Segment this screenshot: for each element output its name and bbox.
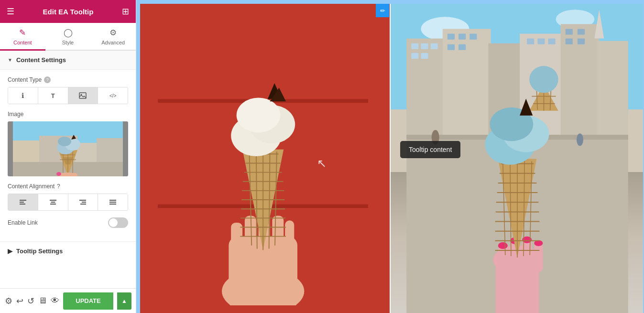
enable-link-row: Enable Link NO <box>8 217 128 228</box>
svg-rect-80 <box>458 34 466 40</box>
image-preview[interactable] <box>8 121 128 176</box>
history-back-icon[interactable]: ↩ <box>16 296 23 306</box>
content-tab-icon: ✎ <box>19 28 26 38</box>
svg-rect-29 <box>82 202 86 203</box>
panel-content: ▼ Content Settings Content Type ? ℹ T <box>0 51 136 313</box>
ice-cream-red-bg-svg <box>158 8 368 305</box>
svg-point-17 <box>58 137 71 146</box>
svg-rect-104 <box>534 243 543 272</box>
tab-style[interactable]: ◯ Style <box>45 23 91 51</box>
svg-rect-75 <box>421 43 428 49</box>
svg-rect-79 <box>448 34 455 40</box>
content-settings-body: Content Type ? ℹ T </> Image <box>0 70 136 241</box>
svg-point-95 <box>577 133 583 146</box>
svg-rect-90 <box>578 39 585 44</box>
menu-icon[interactable]: ☰ <box>7 6 14 17</box>
svg-point-131 <box>529 66 558 93</box>
align-left-btn[interactable] <box>8 194 38 210</box>
svg-rect-86 <box>548 39 555 44</box>
svg-rect-22 <box>20 200 26 201</box>
svg-rect-33 <box>109 204 116 205</box>
svg-rect-84 <box>527 39 534 44</box>
svg-rect-27 <box>50 204 56 205</box>
content-alignment-label-text: Content Alignment <box>8 183 55 190</box>
tooltip-settings-header[interactable]: ▶ Tooltip Settings <box>0 241 136 260</box>
image-field-label: Image <box>8 111 128 118</box>
style-tab-icon: ◯ <box>64 28 73 38</box>
svg-rect-73 <box>597 41 628 135</box>
history-forward-icon[interactable]: ↺ <box>27 296 34 306</box>
panel-title: Edit EA Tooltip <box>43 8 94 16</box>
enable-link-label: Enable Link <box>8 219 38 226</box>
svg-rect-81 <box>469 34 477 40</box>
svg-rect-43 <box>285 221 294 250</box>
content-settings-header[interactable]: ▼ Content Settings <box>0 51 136 70</box>
left-image-column: ↖ <box>136 0 390 313</box>
chevron-right-icon: ▶ <box>8 248 12 255</box>
align-right-btn[interactable] <box>68 194 98 210</box>
content-type-code-btn[interactable]: </> <box>98 87 128 104</box>
top-bar: ☰ Edit EA Tooltip ⊞ <box>0 0 136 23</box>
advanced-tab-icon: ⚙ <box>109 28 117 38</box>
svg-rect-76 <box>431 43 438 49</box>
svg-rect-30 <box>80 204 86 205</box>
svg-point-62 <box>236 98 280 133</box>
red-background: ↖ <box>136 0 390 313</box>
update-button[interactable]: UPDATE <box>63 292 113 310</box>
svg-rect-42 <box>272 216 284 250</box>
svg-rect-82 <box>448 44 455 50</box>
content-type-field-label: Content Type ? <box>8 76 128 83</box>
content-tab-label: Content <box>13 40 32 45</box>
content-alignment-info-icon[interactable]: ? <box>57 183 60 190</box>
content-type-buttons: ℹ T </> <box>8 87 128 104</box>
canvas-edit-button[interactable]: ✏ <box>376 4 389 17</box>
align-left-icon <box>19 199 27 205</box>
alignment-buttons <box>8 194 128 211</box>
align-center-btn[interactable] <box>38 194 68 210</box>
content-type-text-btn[interactable]: T <box>38 87 68 104</box>
enable-link-toggle[interactable]: NO <box>108 217 128 228</box>
svg-rect-85 <box>537 39 545 44</box>
svg-point-99 <box>498 242 508 249</box>
content-type-label-text: Content Type <box>8 76 42 83</box>
content-type-image-btn[interactable] <box>68 87 98 104</box>
align-justify-btn[interactable] <box>98 194 128 210</box>
settings-icon[interactable]: ⚙ <box>5 296 12 306</box>
toggle-knob <box>109 218 118 227</box>
grid-icon[interactable]: ⊞ <box>122 6 129 17</box>
svg-rect-83 <box>458 44 466 50</box>
tooltip-settings-label: Tooltip Settings <box>16 248 63 255</box>
update-dropdown-button[interactable]: ▲ <box>117 292 131 310</box>
tab-bar: ✎ Content ◯ Style ⚙ Advanced <box>0 23 136 51</box>
image-type-icon <box>79 92 87 99</box>
svg-rect-28 <box>79 200 86 201</box>
bottom-bar: ⚙ ↩ ↺ 🖥 👁 UPDATE ▲ <box>0 288 136 313</box>
tab-advanced[interactable]: ⚙ Advanced <box>90 23 136 51</box>
page-canvas: ✏ <box>136 0 644 313</box>
svg-rect-78 <box>421 53 428 59</box>
svg-rect-23 <box>20 202 24 203</box>
svg-rect-77 <box>411 53 418 59</box>
svg-rect-32 <box>109 202 116 203</box>
align-justify-icon <box>109 199 117 205</box>
right-image-column: Tooltip content <box>391 0 644 313</box>
svg-rect-87 <box>566 29 573 34</box>
content-type-info-btn[interactable]: ℹ <box>8 87 38 104</box>
advanced-tab-label: Advanced <box>101 40 125 45</box>
canvas-area: ✏ <box>136 0 644 313</box>
image-thumbnail-svg <box>8 121 128 176</box>
content-type-info-icon[interactable]: ? <box>44 76 51 83</box>
svg-rect-26 <box>51 202 55 203</box>
tooltip-bubble: Tooltip content <box>400 141 460 158</box>
chevron-down-icon: ▼ <box>8 57 12 63</box>
preview-icon[interactable]: 👁 <box>51 296 59 306</box>
svg-rect-25 <box>50 200 56 201</box>
svg-rect-88 <box>578 29 585 34</box>
responsive-icon[interactable]: 🖥 <box>38 296 47 306</box>
svg-rect-39 <box>231 223 242 259</box>
tab-content[interactable]: ✎ Content <box>0 23 45 51</box>
svg-point-21 <box>56 172 61 176</box>
style-tab-label: Style <box>62 40 74 45</box>
svg-rect-74 <box>411 43 418 49</box>
tooltip-content-text: Tooltip content <box>409 146 452 153</box>
